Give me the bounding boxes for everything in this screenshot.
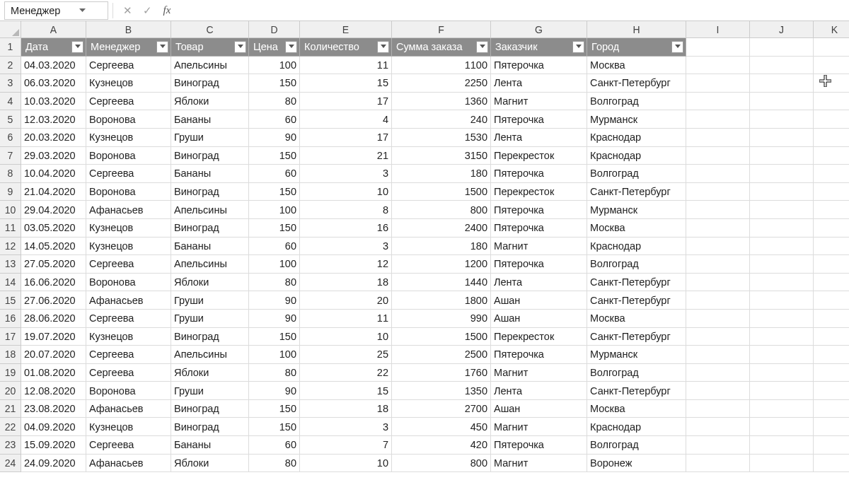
- cell[interactable]: [750, 129, 814, 147]
- row-header[interactable]: 17: [0, 328, 21, 346]
- cell[interactable]: Виноград: [171, 74, 249, 93]
- cell[interactable]: [814, 455, 849, 473]
- table-header-cell[interactable]: Количество: [300, 38, 392, 57]
- cell[interactable]: 11: [300, 57, 392, 75]
- row-header[interactable]: 22: [0, 418, 21, 436]
- formula-input[interactable]: [177, 1, 849, 20]
- cell[interactable]: [814, 93, 849, 111]
- cell[interactable]: Груши: [171, 129, 249, 147]
- cell[interactable]: Пятерочка: [491, 57, 587, 75]
- cell[interactable]: Пятерочка: [491, 201, 587, 219]
- cell[interactable]: Магнит: [491, 93, 587, 111]
- cell[interactable]: 25: [300, 346, 392, 364]
- column-header-D[interactable]: D: [249, 21, 300, 38]
- cell[interactable]: [686, 219, 750, 238]
- cell[interactable]: [814, 436, 849, 455]
- cell[interactable]: [686, 291, 750, 310]
- cell[interactable]: Краснодар: [587, 147, 686, 165]
- cell[interactable]: Виноград: [171, 219, 249, 238]
- cell[interactable]: Магнит: [491, 455, 587, 473]
- cell[interactable]: 14.05.2020: [21, 238, 86, 256]
- cell[interactable]: 10: [300, 328, 392, 346]
- cell[interactable]: 15: [300, 74, 392, 93]
- cell[interactable]: [750, 382, 814, 400]
- cell[interactable]: Сергеева: [86, 165, 171, 183]
- row-header[interactable]: 23: [0, 436, 21, 455]
- column-header-E[interactable]: E: [300, 21, 392, 38]
- cell[interactable]: Воронова: [86, 110, 171, 129]
- cell[interactable]: 2400: [392, 219, 491, 238]
- cell[interactable]: 1760: [392, 364, 491, 382]
- cell[interactable]: Краснодар: [587, 238, 686, 256]
- cell[interactable]: [750, 201, 814, 219]
- cell[interactable]: [814, 328, 849, 346]
- cell[interactable]: Лента: [491, 274, 587, 292]
- table-header-cell[interactable]: Сумма заказа: [392, 38, 491, 57]
- filter-dropdown-icon[interactable]: [671, 41, 683, 53]
- cell[interactable]: 150: [249, 147, 300, 165]
- cell[interactable]: Кузнецов: [86, 129, 171, 147]
- cell[interactable]: 8: [300, 201, 392, 219]
- cell[interactable]: 12: [300, 255, 392, 274]
- cell[interactable]: 3: [300, 418, 392, 436]
- cell[interactable]: 15: [300, 382, 392, 400]
- cell[interactable]: 100: [249, 255, 300, 274]
- cell[interactable]: [750, 110, 814, 129]
- cell[interactable]: 21.04.2020: [21, 183, 86, 201]
- filter-dropdown-icon[interactable]: [71, 41, 83, 53]
- cell[interactable]: 150: [249, 219, 300, 238]
- column-header-A[interactable]: A: [21, 21, 86, 38]
- cell[interactable]: Ашан: [491, 291, 587, 310]
- cell[interactable]: Воронова: [86, 382, 171, 400]
- cell[interactable]: [750, 310, 814, 328]
- cell[interactable]: [814, 400, 849, 418]
- cell[interactable]: [686, 201, 750, 219]
- cell[interactable]: 90: [249, 129, 300, 147]
- cell[interactable]: 4: [300, 110, 392, 129]
- cell[interactable]: 80: [249, 455, 300, 473]
- cell[interactable]: 150: [249, 328, 300, 346]
- row-header[interactable]: 7: [0, 147, 21, 165]
- cell[interactable]: Груши: [171, 310, 249, 328]
- cell[interactable]: 04.09.2020: [21, 418, 86, 436]
- cell[interactable]: Перекресток: [491, 183, 587, 201]
- cell[interactable]: 1500: [392, 328, 491, 346]
- cell[interactable]: [750, 400, 814, 418]
- cell[interactable]: Виноград: [171, 328, 249, 346]
- cell[interactable]: 24.09.2020: [21, 455, 86, 473]
- cell[interactable]: [686, 400, 750, 418]
- cell[interactable]: 10: [300, 455, 392, 473]
- cell[interactable]: Перекресток: [491, 328, 587, 346]
- cell[interactable]: 2700: [392, 400, 491, 418]
- filter-dropdown-icon[interactable]: [476, 41, 488, 53]
- cell[interactable]: Пятерочка: [491, 110, 587, 129]
- cell[interactable]: 3: [300, 238, 392, 256]
- cell[interactable]: 80: [249, 364, 300, 382]
- cell[interactable]: 27.05.2020: [21, 255, 86, 274]
- cell[interactable]: [686, 364, 750, 382]
- column-header-H[interactable]: H: [587, 21, 686, 38]
- cell[interactable]: [814, 38, 849, 57]
- cell[interactable]: Бананы: [171, 238, 249, 256]
- cell[interactable]: Бананы: [171, 436, 249, 455]
- cell[interactable]: Ашан: [491, 400, 587, 418]
- cell[interactable]: Санкт-Петербург: [587, 291, 686, 310]
- cell[interactable]: Магнит: [491, 418, 587, 436]
- cell[interactable]: Краснодар: [587, 129, 686, 147]
- cell[interactable]: [814, 74, 849, 93]
- row-header[interactable]: 15: [0, 291, 21, 310]
- cell[interactable]: [750, 74, 814, 93]
- cell[interactable]: Яблоки: [171, 274, 249, 292]
- cell[interactable]: Волгоград: [587, 255, 686, 274]
- cell[interactable]: [750, 364, 814, 382]
- cell[interactable]: 16.06.2020: [21, 274, 86, 292]
- cell[interactable]: [686, 346, 750, 364]
- cell[interactable]: 20.03.2020: [21, 129, 86, 147]
- select-all-corner[interactable]: [0, 21, 21, 38]
- cell[interactable]: 450: [392, 418, 491, 436]
- cell[interactable]: Пятерочка: [491, 165, 587, 183]
- column-header-G[interactable]: G: [491, 21, 587, 38]
- cell[interactable]: [686, 418, 750, 436]
- cell[interactable]: 29.03.2020: [21, 147, 86, 165]
- cell[interactable]: [814, 147, 849, 165]
